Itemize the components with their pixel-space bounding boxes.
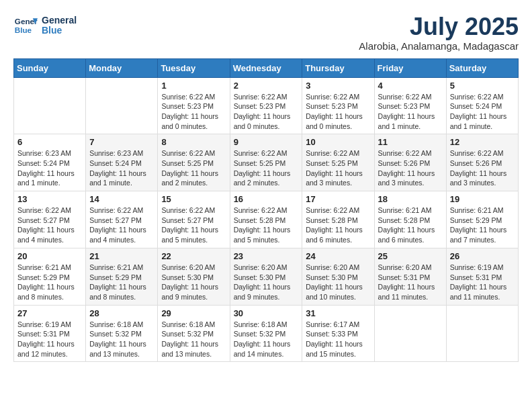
day-number: 18 (378, 194, 443, 204)
calendar-cell: 13Sunrise: 6:22 AM Sunset: 5:27 PM Dayli… (14, 191, 86, 248)
calendar-cell: 7Sunrise: 6:23 AM Sunset: 5:24 PM Daylig… (86, 134, 158, 191)
cell-details: Sunrise: 6:22 AM Sunset: 5:28 PM Dayligh… (306, 205, 370, 245)
day-number: 23 (234, 251, 299, 261)
column-header-saturday: Saturday (446, 58, 518, 77)
calendar-week-5: 27Sunrise: 6:19 AM Sunset: 5:31 PM Dayli… (14, 305, 519, 362)
day-number: 2 (234, 81, 299, 91)
cell-details: Sunrise: 6:17 AM Sunset: 5:33 PM Dayligh… (306, 320, 370, 359)
calendar-cell: 2Sunrise: 6:22 AM Sunset: 5:23 PM Daylig… (230, 77, 302, 134)
day-number: 20 (17, 251, 82, 261)
location-title: Alarobia, Analamanga, Madagascar (359, 40, 519, 52)
cell-details: Sunrise: 6:20 AM Sunset: 5:30 PM Dayligh… (306, 263, 370, 302)
page-header: General Blue General Blue July 2025 Alar… (13, 13, 519, 52)
logo-text-general: General (42, 15, 77, 26)
cell-details: Sunrise: 6:21 AM Sunset: 5:29 PM Dayligh… (89, 263, 154, 302)
calendar-cell: 15Sunrise: 6:22 AM Sunset: 5:27 PM Dayli… (158, 191, 230, 248)
column-header-friday: Friday (374, 58, 446, 77)
day-number: 21 (89, 251, 154, 261)
calendar-cell: 20Sunrise: 6:21 AM Sunset: 5:29 PM Dayli… (14, 248, 86, 305)
cell-details: Sunrise: 6:22 AM Sunset: 5:25 PM Dayligh… (161, 148, 226, 188)
cell-details: Sunrise: 6:19 AM Sunset: 5:31 PM Dayligh… (17, 320, 82, 359)
day-number: 8 (161, 137, 226, 147)
calendar-week-3: 13Sunrise: 6:22 AM Sunset: 5:27 PM Dayli… (14, 191, 519, 248)
calendar-cell (86, 77, 158, 134)
calendar-cell: 1Sunrise: 6:22 AM Sunset: 5:23 PM Daylig… (158, 77, 230, 134)
column-header-thursday: Thursday (302, 58, 374, 77)
day-number: 7 (89, 137, 154, 147)
column-header-sunday: Sunday (14, 58, 86, 77)
column-header-tuesday: Tuesday (158, 58, 230, 77)
cell-details: Sunrise: 6:23 AM Sunset: 5:24 PM Dayligh… (17, 148, 82, 188)
calendar-cell: 24Sunrise: 6:20 AM Sunset: 5:30 PM Dayli… (302, 248, 374, 305)
day-number: 4 (378, 81, 443, 91)
calendar-cell (14, 77, 86, 134)
calendar-cell: 5Sunrise: 6:22 AM Sunset: 5:24 PM Daylig… (446, 77, 518, 134)
cell-details: Sunrise: 6:19 AM Sunset: 5:31 PM Dayligh… (450, 263, 515, 302)
logo: General Blue General Blue (13, 13, 77, 38)
cell-details: Sunrise: 6:21 AM Sunset: 5:28 PM Dayligh… (378, 205, 443, 245)
cell-details: Sunrise: 6:22 AM Sunset: 5:23 PM Dayligh… (161, 92, 226, 132)
calendar-cell: 23Sunrise: 6:20 AM Sunset: 5:30 PM Dayli… (230, 248, 302, 305)
calendar-cell: 16Sunrise: 6:22 AM Sunset: 5:28 PM Dayli… (230, 191, 302, 248)
day-number: 6 (17, 137, 82, 147)
cell-details: Sunrise: 6:18 AM Sunset: 5:32 PM Dayligh… (89, 320, 154, 359)
calendar-cell: 21Sunrise: 6:21 AM Sunset: 5:29 PM Dayli… (86, 248, 158, 305)
logo-icon: General Blue (13, 13, 38, 38)
calendar-cell: 26Sunrise: 6:19 AM Sunset: 5:31 PM Dayli… (446, 248, 518, 305)
cell-details: Sunrise: 6:22 AM Sunset: 5:23 PM Dayligh… (378, 92, 443, 132)
calendar-cell: 29Sunrise: 6:18 AM Sunset: 5:32 PM Dayli… (158, 305, 230, 362)
cell-details: Sunrise: 6:22 AM Sunset: 5:26 PM Dayligh… (378, 148, 443, 188)
day-number: 16 (234, 194, 299, 204)
day-number: 27 (17, 308, 82, 318)
calendar-cell: 9Sunrise: 6:22 AM Sunset: 5:25 PM Daylig… (230, 134, 302, 191)
logo-text-blue: Blue (42, 26, 77, 36)
calendar-cell: 14Sunrise: 6:22 AM Sunset: 5:27 PM Dayli… (86, 191, 158, 248)
day-number: 9 (234, 137, 299, 147)
cell-details: Sunrise: 6:22 AM Sunset: 5:25 PM Dayligh… (306, 148, 370, 188)
calendar-cell: 6Sunrise: 6:23 AM Sunset: 5:24 PM Daylig… (14, 134, 86, 191)
day-number: 15 (161, 194, 226, 204)
day-number: 3 (306, 81, 370, 91)
day-number: 24 (306, 251, 370, 261)
day-number: 28 (89, 308, 154, 318)
cell-details: Sunrise: 6:21 AM Sunset: 5:29 PM Dayligh… (450, 205, 515, 245)
calendar-week-4: 20Sunrise: 6:21 AM Sunset: 5:29 PM Dayli… (14, 248, 519, 305)
calendar-cell: 18Sunrise: 6:21 AM Sunset: 5:28 PM Dayli… (374, 191, 446, 248)
day-number: 29 (161, 308, 226, 318)
day-number: 1 (161, 81, 226, 91)
month-title: July 2025 (359, 13, 519, 40)
calendar-cell: 30Sunrise: 6:18 AM Sunset: 5:32 PM Dayli… (230, 305, 302, 362)
cell-details: Sunrise: 6:23 AM Sunset: 5:24 PM Dayligh… (89, 148, 154, 188)
calendar-cell: 17Sunrise: 6:22 AM Sunset: 5:28 PM Dayli… (302, 191, 374, 248)
day-number: 17 (306, 194, 370, 204)
cell-details: Sunrise: 6:20 AM Sunset: 5:30 PM Dayligh… (161, 263, 226, 302)
day-number: 13 (17, 194, 82, 204)
cell-details: Sunrise: 6:22 AM Sunset: 5:27 PM Dayligh… (17, 205, 82, 245)
calendar-week-2: 6Sunrise: 6:23 AM Sunset: 5:24 PM Daylig… (14, 134, 519, 191)
day-number: 22 (161, 251, 226, 261)
day-number: 26 (450, 251, 515, 261)
cell-details: Sunrise: 6:22 AM Sunset: 5:27 PM Dayligh… (161, 205, 226, 245)
cell-details: Sunrise: 6:20 AM Sunset: 5:30 PM Dayligh… (234, 263, 299, 302)
calendar-cell: 10Sunrise: 6:22 AM Sunset: 5:25 PM Dayli… (302, 134, 374, 191)
calendar-cell: 27Sunrise: 6:19 AM Sunset: 5:31 PM Dayli… (14, 305, 86, 362)
cell-details: Sunrise: 6:20 AM Sunset: 5:31 PM Dayligh… (378, 263, 443, 302)
day-number: 31 (306, 308, 370, 318)
calendar-cell: 25Sunrise: 6:20 AM Sunset: 5:31 PM Dayli… (374, 248, 446, 305)
calendar-week-1: 1Sunrise: 6:22 AM Sunset: 5:23 PM Daylig… (14, 77, 519, 134)
day-number: 19 (450, 194, 515, 204)
calendar-cell: 3Sunrise: 6:22 AM Sunset: 5:23 PM Daylig… (302, 77, 374, 134)
cell-details: Sunrise: 6:22 AM Sunset: 5:28 PM Dayligh… (234, 205, 299, 245)
day-number: 11 (378, 137, 443, 147)
day-number: 30 (234, 308, 299, 318)
calendar-cell: 19Sunrise: 6:21 AM Sunset: 5:29 PM Dayli… (446, 191, 518, 248)
svg-text:Blue: Blue (15, 26, 32, 34)
day-number: 14 (89, 194, 154, 204)
calendar-cell: 11Sunrise: 6:22 AM Sunset: 5:26 PM Dayli… (374, 134, 446, 191)
calendar-cell: 12Sunrise: 6:22 AM Sunset: 5:26 PM Dayli… (446, 134, 518, 191)
cell-details: Sunrise: 6:22 AM Sunset: 5:23 PM Dayligh… (234, 92, 299, 132)
cell-details: Sunrise: 6:18 AM Sunset: 5:32 PM Dayligh… (161, 320, 226, 359)
cell-details: Sunrise: 6:18 AM Sunset: 5:32 PM Dayligh… (234, 320, 299, 359)
calendar-cell (374, 305, 446, 362)
cell-details: Sunrise: 6:22 AM Sunset: 5:27 PM Dayligh… (89, 205, 154, 245)
